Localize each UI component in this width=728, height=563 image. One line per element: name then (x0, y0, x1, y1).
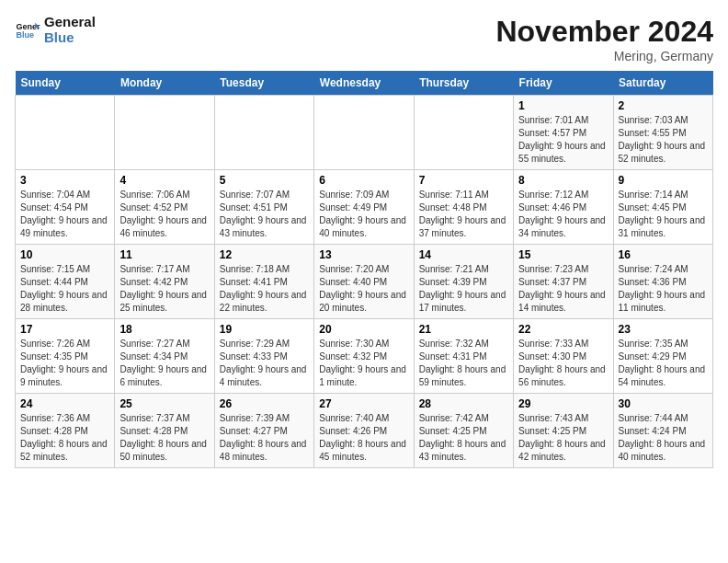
week-row-0: 1Sunrise: 7:01 AMSunset: 4:57 PMDaylight… (16, 96, 713, 170)
header-saturday: Saturday (613, 71, 712, 96)
calendar-cell: 8Sunrise: 7:12 AMSunset: 4:46 PMDaylight… (514, 170, 613, 245)
calendar-cell: 14Sunrise: 7:21 AMSunset: 4:39 PMDayligh… (414, 245, 513, 319)
calendar-cell: 3Sunrise: 7:04 AMSunset: 4:54 PMDaylight… (16, 170, 115, 245)
header-friday: Friday (514, 71, 613, 96)
day-info: Sunrise: 7:37 AMSunset: 4:28 PMDaylight:… (119, 412, 209, 464)
logo-icon: General Blue (15, 17, 40, 43)
header-monday: Monday (115, 71, 214, 96)
calendar-cell (314, 96, 414, 170)
calendar-cell: 24Sunrise: 7:36 AMSunset: 4:28 PMDayligh… (16, 394, 115, 468)
day-number: 16 (619, 248, 708, 261)
day-number: 28 (419, 397, 508, 410)
day-number: 25 (119, 397, 209, 410)
day-number: 1 (518, 99, 608, 112)
day-info: Sunrise: 7:42 AMSunset: 4:25 PMDaylight:… (419, 412, 508, 464)
day-number: 26 (220, 397, 309, 410)
day-number: 30 (619, 397, 708, 410)
calendar-cell: 10Sunrise: 7:15 AMSunset: 4:44 PMDayligh… (16, 245, 115, 319)
day-info: Sunrise: 7:39 AMSunset: 4:27 PMDaylight:… (220, 412, 309, 464)
day-number: 9 (619, 174, 708, 187)
calendar-cell: 27Sunrise: 7:40 AMSunset: 4:26 PMDayligh… (314, 394, 414, 468)
header-sunday: Sunday (16, 71, 115, 96)
calendar-cell: 9Sunrise: 7:14 AMSunset: 4:45 PMDaylight… (613, 170, 712, 245)
day-number: 21 (419, 323, 508, 336)
day-number: 29 (518, 397, 608, 410)
day-number: 3 (20, 174, 109, 187)
day-info: Sunrise: 7:15 AMSunset: 4:44 PMDaylight:… (20, 263, 109, 315)
calendar-cell: 13Sunrise: 7:20 AMSunset: 4:40 PMDayligh… (314, 245, 414, 319)
day-number: 4 (119, 174, 209, 187)
day-number: 15 (518, 248, 608, 261)
day-info: Sunrise: 7:04 AMSunset: 4:54 PMDaylight:… (20, 189, 109, 240)
day-info: Sunrise: 7:29 AMSunset: 4:33 PMDaylight:… (220, 338, 309, 389)
day-number: 22 (518, 323, 608, 336)
header-tuesday: Tuesday (214, 71, 313, 96)
calendar-cell: 30Sunrise: 7:44 AMSunset: 4:24 PMDayligh… (613, 394, 712, 468)
header: General Blue General Blue November 2024 … (15, 15, 713, 63)
day-number: 5 (220, 174, 309, 187)
logo-general: General (44, 15, 96, 30)
day-info: Sunrise: 7:24 AMSunset: 4:36 PMDaylight:… (619, 263, 708, 315)
day-info: Sunrise: 7:01 AMSunset: 4:57 PMDaylight:… (518, 114, 608, 166)
day-info: Sunrise: 7:32 AMSunset: 4:31 PMDaylight:… (419, 338, 508, 389)
day-number: 10 (20, 248, 109, 261)
week-row-1: 3Sunrise: 7:04 AMSunset: 4:54 PMDaylight… (16, 170, 713, 245)
calendar-cell: 18Sunrise: 7:27 AMSunset: 4:34 PMDayligh… (115, 319, 214, 394)
calendar-cell: 21Sunrise: 7:32 AMSunset: 4:31 PMDayligh… (414, 319, 513, 394)
day-info: Sunrise: 7:40 AMSunset: 4:26 PMDaylight:… (319, 412, 408, 464)
day-number: 2 (619, 99, 708, 112)
svg-text:Blue: Blue (16, 30, 34, 40)
calendar-cell: 20Sunrise: 7:30 AMSunset: 4:32 PMDayligh… (314, 319, 414, 394)
day-info: Sunrise: 7:12 AMSunset: 4:46 PMDaylight:… (518, 189, 608, 240)
day-number: 18 (119, 323, 209, 336)
calendar-cell: 15Sunrise: 7:23 AMSunset: 4:37 PMDayligh… (514, 245, 613, 319)
day-info: Sunrise: 7:33 AMSunset: 4:30 PMDaylight:… (518, 338, 608, 389)
day-info: Sunrise: 7:14 AMSunset: 4:45 PMDaylight:… (619, 189, 708, 240)
day-info: Sunrise: 7:44 AMSunset: 4:24 PMDaylight:… (619, 412, 708, 464)
day-info: Sunrise: 7:07 AMSunset: 4:51 PMDaylight:… (220, 189, 309, 240)
calendar-cell (115, 96, 214, 170)
day-info: Sunrise: 7:36 AMSunset: 4:28 PMDaylight:… (20, 412, 109, 464)
day-number: 11 (119, 248, 209, 261)
day-info: Sunrise: 7:43 AMSunset: 4:25 PMDaylight:… (518, 412, 608, 464)
calendar-cell: 19Sunrise: 7:29 AMSunset: 4:33 PMDayligh… (214, 319, 313, 394)
calendar-cell (414, 96, 513, 170)
day-number: 24 (20, 397, 109, 410)
calendar-cell (214, 96, 313, 170)
calendar-cell: 26Sunrise: 7:39 AMSunset: 4:27 PMDayligh… (214, 394, 313, 468)
day-number: 23 (619, 323, 708, 336)
location: Mering, Germany (495, 49, 713, 63)
day-info: Sunrise: 7:35 AMSunset: 4:29 PMDaylight:… (619, 338, 708, 389)
day-info: Sunrise: 7:11 AMSunset: 4:48 PMDaylight:… (419, 189, 508, 240)
calendar-cell: 1Sunrise: 7:01 AMSunset: 4:57 PMDaylight… (514, 96, 613, 170)
day-info: Sunrise: 7:23 AMSunset: 4:37 PMDaylight:… (518, 263, 608, 315)
calendar-cell: 4Sunrise: 7:06 AMSunset: 4:52 PMDaylight… (115, 170, 214, 245)
calendar-cell: 5Sunrise: 7:07 AMSunset: 4:51 PMDaylight… (214, 170, 313, 245)
logo: General Blue General Blue (15, 15, 96, 45)
logo-blue: Blue (44, 30, 96, 46)
day-number: 14 (419, 248, 508, 261)
day-info: Sunrise: 7:17 AMSunset: 4:42 PMDaylight:… (119, 263, 209, 315)
calendar-cell: 12Sunrise: 7:18 AMSunset: 4:41 PMDayligh… (214, 245, 313, 319)
title-area: November 2024 Mering, Germany (495, 15, 713, 63)
day-number: 8 (518, 174, 608, 187)
calendar-cell: 2Sunrise: 7:03 AMSunset: 4:55 PMDaylight… (613, 96, 712, 170)
calendar-cell: 25Sunrise: 7:37 AMSunset: 4:28 PMDayligh… (115, 394, 214, 468)
day-number: 13 (319, 248, 408, 261)
calendar-cell: 7Sunrise: 7:11 AMSunset: 4:48 PMDaylight… (414, 170, 513, 245)
calendar-cell: 23Sunrise: 7:35 AMSunset: 4:29 PMDayligh… (613, 319, 712, 394)
week-row-2: 10Sunrise: 7:15 AMSunset: 4:44 PMDayligh… (16, 245, 713, 319)
day-info: Sunrise: 7:26 AMSunset: 4:35 PMDaylight:… (20, 338, 109, 389)
calendar-cell: 6Sunrise: 7:09 AMSunset: 4:49 PMDaylight… (314, 170, 414, 245)
calendar-cell: 16Sunrise: 7:24 AMSunset: 4:36 PMDayligh… (613, 245, 712, 319)
calendar-header-row: SundayMondayTuesdayWednesdayThursdayFrid… (16, 71, 713, 96)
day-number: 17 (20, 323, 109, 336)
calendar-table: SundayMondayTuesdayWednesdayThursdayFrid… (15, 71, 713, 468)
calendar-cell: 28Sunrise: 7:42 AMSunset: 4:25 PMDayligh… (414, 394, 513, 468)
day-number: 12 (220, 248, 309, 261)
day-number: 27 (319, 397, 408, 410)
day-info: Sunrise: 7:27 AMSunset: 4:34 PMDaylight:… (119, 338, 209, 389)
week-row-4: 24Sunrise: 7:36 AMSunset: 4:28 PMDayligh… (16, 394, 713, 468)
week-row-3: 17Sunrise: 7:26 AMSunset: 4:35 PMDayligh… (16, 319, 713, 394)
header-wednesday: Wednesday (314, 71, 414, 96)
